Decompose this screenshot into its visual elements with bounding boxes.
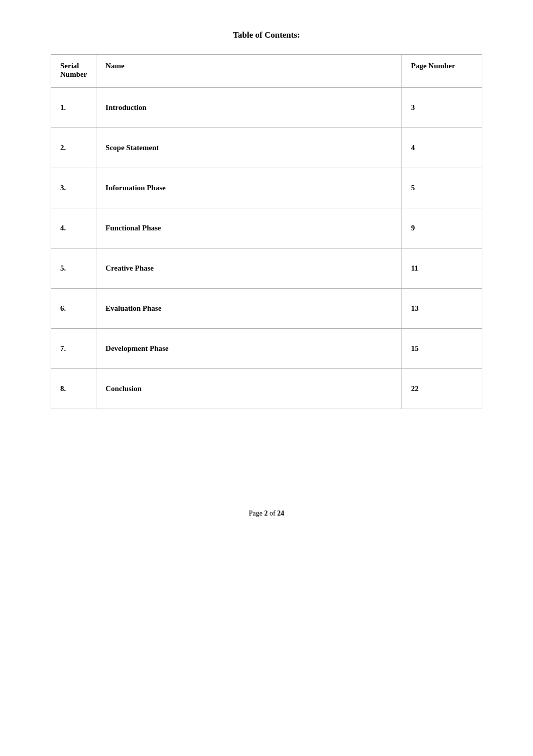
- cell-page: 4: [402, 128, 482, 168]
- cell-page: 22: [402, 369, 482, 409]
- cell-name: Scope Statement: [96, 128, 402, 168]
- table-header-row: Serial Number Name Page Number: [51, 55, 482, 88]
- toc-body: 1.Introduction32.Scope Statement43.Infor…: [51, 88, 482, 409]
- cell-name: Evaluation Phase: [96, 289, 402, 329]
- table-row: 4.Functional Phase9: [51, 208, 482, 248]
- cell-name: Creative Phase: [96, 248, 402, 289]
- cell-serial: 1.: [51, 88, 96, 128]
- cell-name: Functional Phase: [96, 208, 402, 248]
- cell-serial: 4.: [51, 208, 96, 248]
- cell-page: 9: [402, 208, 482, 248]
- header-serial: Serial Number: [51, 55, 96, 88]
- cell-name: Introduction: [96, 88, 402, 128]
- table-row: 5.Creative Phase11: [51, 248, 482, 289]
- cell-name: Information Phase: [96, 168, 402, 208]
- cell-page: 13: [402, 289, 482, 329]
- cell-page: 5: [402, 168, 482, 208]
- page: Table of Contents: Serial Number Name Pa…: [51, 0, 482, 548]
- table-row: 8.Conclusion22: [51, 369, 482, 409]
- table-row: 1.Introduction3: [51, 88, 482, 128]
- page-title: Table of Contents:: [233, 30, 300, 40]
- footer-text: Page 2 of 24: [249, 510, 284, 517]
- cell-page: 15: [402, 329, 482, 369]
- table-row: 6.Evaluation Phase13: [51, 289, 482, 329]
- cell-serial: 6.: [51, 289, 96, 329]
- table-row: 7.Development Phase15: [51, 329, 482, 369]
- table-row: 2.Scope Statement4: [51, 128, 482, 168]
- header-page-number: Page Number: [402, 55, 482, 88]
- page-footer: Page 2 of 24: [51, 409, 482, 518]
- cell-page: 11: [402, 248, 482, 289]
- header-name: Name: [96, 55, 402, 88]
- toc-table: Serial Number Name Page Number 1.Introdu…: [51, 54, 482, 409]
- cell-serial: 2.: [51, 128, 96, 168]
- table-row: 3.Information Phase5: [51, 168, 482, 208]
- cell-serial: 8.: [51, 369, 96, 409]
- cell-name: Development Phase: [96, 329, 402, 369]
- cell-page: 3: [402, 88, 482, 128]
- cell-serial: 3.: [51, 168, 96, 208]
- cell-serial: 5.: [51, 248, 96, 289]
- cell-name: Conclusion: [96, 369, 402, 409]
- cell-serial: 7.: [51, 329, 96, 369]
